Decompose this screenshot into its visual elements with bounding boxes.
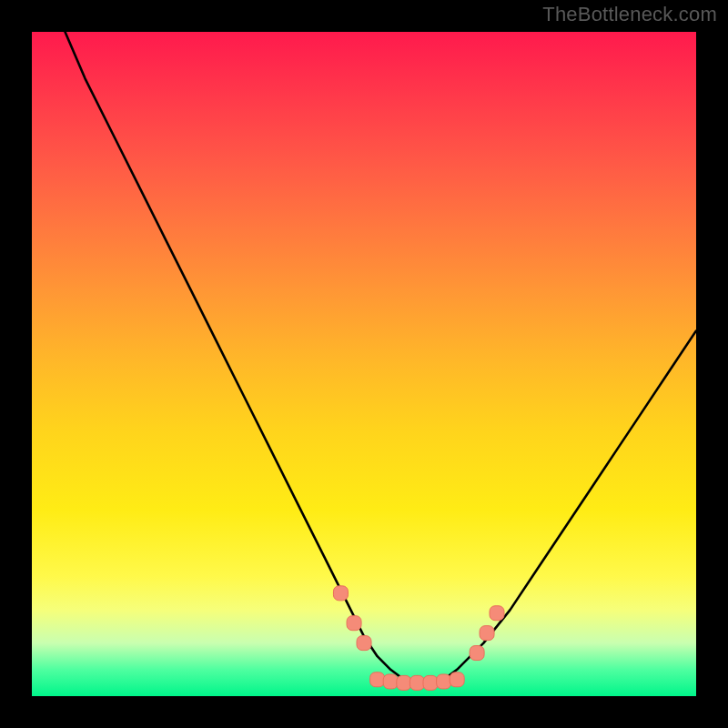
marker-right-cluster-mid (480, 626, 494, 641)
curve-markers (333, 586, 504, 691)
marker-right-cluster-low (470, 646, 484, 661)
marker-floor-7 (450, 672, 464, 687)
plot-area (32, 32, 696, 696)
chart-frame: TheBottleneck.com (0, 0, 728, 728)
watermark-text: TheBottleneck.com (542, 3, 717, 26)
marker-floor-1 (370, 672, 385, 687)
marker-floor-4 (410, 675, 424, 690)
marker-floor-3 (397, 675, 411, 690)
chart-svg (32, 32, 696, 696)
marker-left-cluster-top (333, 586, 348, 601)
marker-floor-5 (423, 675, 438, 690)
marker-right-cluster-top (490, 606, 504, 621)
marker-floor-6 (437, 674, 451, 689)
marker-left-cluster-mid (347, 616, 361, 631)
marker-floor-2 (383, 674, 398, 689)
marker-left-cluster-low (357, 636, 371, 651)
bottleneck-curve (66, 32, 697, 682)
